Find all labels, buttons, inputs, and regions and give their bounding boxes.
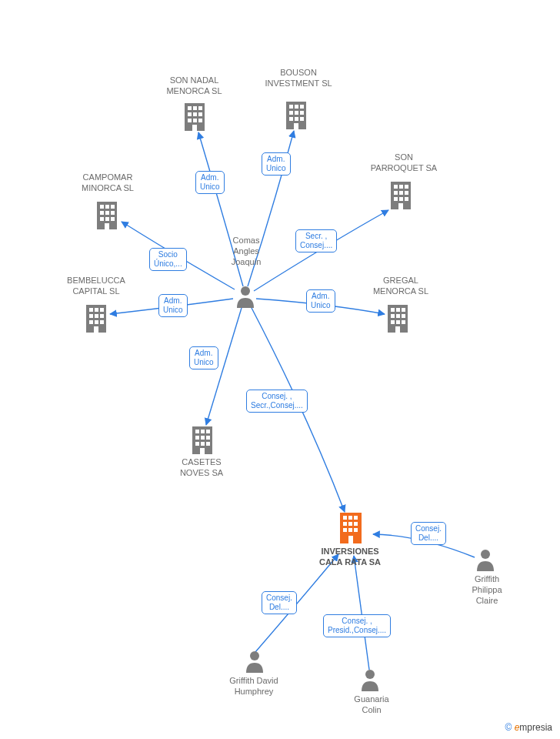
svg-rect-59 <box>100 308 104 312</box>
company-label-son-parroquet: SON PARROQUET SA <box>362 152 446 174</box>
svg-rect-8 <box>188 119 192 122</box>
edges-layer <box>0 0 560 739</box>
svg-rect-63 <box>89 320 93 324</box>
svg-rect-2 <box>188 106 192 110</box>
svg-rect-3 <box>193 106 197 110</box>
svg-rect-24 <box>394 185 398 189</box>
svg-rect-10 <box>198 119 202 122</box>
svg-rect-88 <box>348 536 353 543</box>
svg-rect-9 <box>193 119 197 122</box>
person-label-center: Comas Angles Joaquin <box>215 236 277 267</box>
svg-rect-30 <box>394 197 398 201</box>
brand-name: empresia <box>515 722 552 733</box>
svg-rect-17 <box>295 111 298 115</box>
svg-rect-70 <box>206 430 210 433</box>
svg-rect-31 <box>399 197 403 201</box>
svg-rect-77 <box>200 448 205 454</box>
svg-rect-7 <box>198 112 202 116</box>
svg-rect-58 <box>95 308 98 312</box>
building-icon <box>189 423 215 457</box>
svg-rect-64 <box>95 320 98 324</box>
svg-rect-85 <box>343 528 347 532</box>
svg-rect-42 <box>396 320 400 324</box>
svg-rect-13 <box>289 105 293 109</box>
person-label-david: Griffith David Humphrey <box>215 676 292 697</box>
company-label-casetes: CASETES NOVES SA <box>163 457 240 479</box>
svg-rect-51 <box>111 211 115 215</box>
building-icon <box>94 199 120 232</box>
svg-rect-22 <box>294 123 298 129</box>
svg-rect-87 <box>354 528 358 532</box>
svg-rect-83 <box>348 522 352 526</box>
copyright-symbol: © <box>505 722 512 733</box>
svg-rect-37 <box>402 308 405 312</box>
svg-rect-18 <box>300 111 304 115</box>
svg-rect-71 <box>195 436 199 440</box>
svg-rect-68 <box>195 430 199 433</box>
svg-rect-61 <box>95 314 98 318</box>
svg-rect-26 <box>405 185 408 189</box>
svg-rect-4 <box>198 106 202 110</box>
svg-rect-53 <box>105 217 109 221</box>
svg-rect-81 <box>354 516 358 520</box>
svg-point-0 <box>241 286 250 296</box>
svg-rect-60 <box>89 314 93 318</box>
edge-label-son-nadal: Adm. Unico <box>195 171 225 194</box>
edge-label-david: Consej. Del.... <box>262 591 297 614</box>
svg-rect-28 <box>399 191 403 195</box>
edge-label-colin: Consej. , Presid.,Consej.... <box>323 614 391 637</box>
svg-rect-29 <box>405 191 408 195</box>
svg-rect-50 <box>105 211 109 215</box>
company-label-son-nadal: SON NADAL MENORCA SL <box>154 75 235 97</box>
svg-rect-57 <box>89 308 93 312</box>
svg-rect-65 <box>100 320 104 324</box>
svg-rect-5 <box>188 112 192 116</box>
svg-rect-73 <box>206 436 210 440</box>
svg-rect-14 <box>295 105 298 109</box>
svg-rect-35 <box>391 308 395 312</box>
building-icon <box>182 100 208 134</box>
svg-rect-49 <box>100 211 104 215</box>
svg-rect-41 <box>391 320 395 324</box>
edge-label-gregal: Adm. Unico <box>306 289 335 313</box>
svg-rect-48 <box>111 205 115 209</box>
svg-rect-66 <box>94 326 98 333</box>
svg-rect-36 <box>396 308 400 312</box>
edge-label-bembelucca: Adm. Unico <box>158 294 188 317</box>
svg-rect-32 <box>405 197 408 201</box>
person-icon <box>245 650 265 676</box>
building-icon <box>83 302 109 336</box>
svg-rect-72 <box>201 436 205 440</box>
building-icon <box>283 99 309 132</box>
svg-rect-46 <box>100 205 104 209</box>
svg-rect-43 <box>402 320 405 324</box>
svg-rect-40 <box>402 314 405 318</box>
building-icon-focus <box>337 510 365 547</box>
edge-label-casetes: Adm. Unico <box>189 346 218 370</box>
person-label-colin: Guanaria Colin <box>337 694 406 716</box>
company-label-bembelucca: BEMBELUCCA CAPITAL SL <box>50 276 142 297</box>
svg-rect-52 <box>100 217 104 221</box>
svg-point-89 <box>481 550 490 559</box>
svg-point-90 <box>250 651 259 660</box>
svg-rect-21 <box>300 117 304 121</box>
company-label-bouson: BOUSON INVESTMENT SL <box>256 68 341 89</box>
svg-rect-19 <box>289 117 293 121</box>
edge-label-son-parroquet: Secr. , Consej.... <box>295 229 337 252</box>
svg-rect-39 <box>396 314 400 318</box>
svg-rect-38 <box>391 314 395 318</box>
edge-label-bouson: Adm. Unico <box>262 152 291 176</box>
svg-rect-84 <box>354 522 358 526</box>
person-label-philippa: Griffith Philippa Claire <box>460 574 514 606</box>
svg-rect-75 <box>201 442 205 446</box>
person-icon <box>235 285 255 311</box>
svg-rect-47 <box>105 205 109 209</box>
edge-label-campomar: Socio Único,... <box>149 248 187 271</box>
svg-rect-80 <box>348 516 352 520</box>
svg-rect-69 <box>201 430 205 433</box>
footer-attribution: © empresia <box>505 722 552 733</box>
svg-rect-55 <box>105 223 109 229</box>
svg-rect-86 <box>348 528 352 532</box>
svg-rect-6 <box>193 112 197 116</box>
edge-label-inversiones: Consej. , Secr.,Consej.... <box>246 390 308 413</box>
